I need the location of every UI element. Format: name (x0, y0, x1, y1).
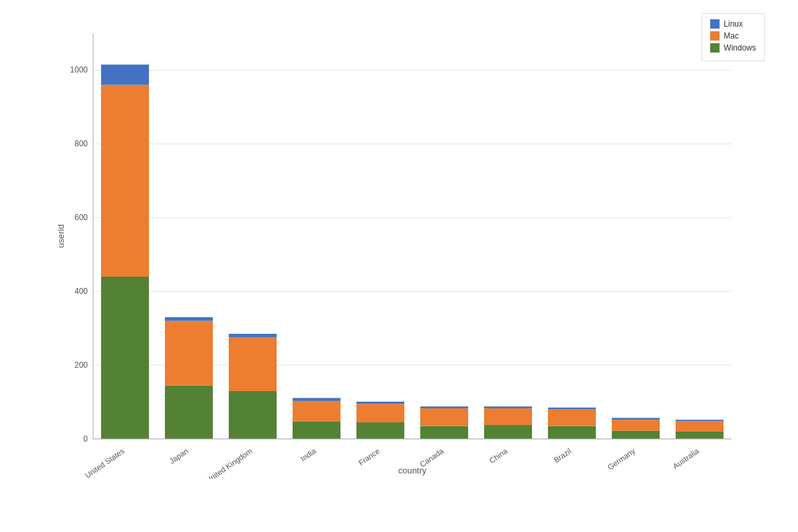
legend-item-linux: Linux (710, 19, 756, 29)
legend-item-windows: Windows (710, 43, 756, 53)
svg-rect-18 (165, 386, 213, 439)
svg-rect-51 (676, 421, 724, 432)
svg-rect-15 (101, 85, 149, 277)
bar-chart: 02004006008001000useridcountryUnited Sta… (53, 20, 771, 479)
svg-rect-31 (356, 404, 404, 422)
svg-rect-19 (165, 321, 213, 386)
svg-text:China: China (488, 446, 509, 464)
svg-text:India: India (299, 446, 318, 462)
svg-text:United Kingdom: United Kingdom (204, 447, 253, 479)
svg-text:600: 600 (74, 213, 88, 222)
svg-rect-42 (548, 426, 596, 439)
svg-text:France: France (357, 447, 381, 467)
svg-text:200: 200 (74, 360, 88, 370)
svg-rect-24 (229, 334, 277, 338)
svg-rect-23 (229, 338, 277, 391)
svg-rect-14 (101, 277, 149, 439)
svg-rect-39 (484, 408, 532, 425)
svg-rect-46 (612, 431, 660, 439)
svg-rect-44 (548, 408, 596, 410)
svg-rect-20 (165, 317, 213, 321)
svg-rect-47 (612, 420, 660, 431)
svg-rect-40 (484, 406, 532, 408)
svg-rect-50 (676, 432, 724, 439)
svg-text:400: 400 (74, 287, 88, 296)
svg-rect-28 (293, 398, 340, 400)
svg-text:Brazil: Brazil (553, 447, 573, 464)
svg-rect-36 (420, 406, 468, 408)
svg-text:Germany: Germany (606, 447, 637, 471)
legend-label-mac: Mac (724, 31, 739, 41)
legend-color-linux (710, 19, 720, 29)
svg-rect-16 (101, 65, 149, 85)
svg-rect-48 (612, 418, 660, 420)
svg-text:United States: United States (84, 447, 126, 479)
svg-rect-27 (293, 401, 340, 422)
svg-text:800: 800 (74, 139, 88, 148)
svg-rect-35 (420, 408, 468, 426)
svg-text:1000: 1000 (70, 65, 88, 74)
svg-rect-22 (229, 391, 277, 439)
chart-container: 02004006008001000useridcountryUnited Sta… (0, 0, 798, 532)
svg-rect-30 (356, 422, 404, 439)
chart-legend: Linux Mac Windows (702, 13, 765, 61)
legend-color-windows (710, 43, 720, 53)
legend-item-mac: Mac (710, 31, 756, 41)
svg-text:Canada: Canada (418, 446, 445, 468)
svg-rect-38 (484, 425, 532, 439)
svg-rect-26 (293, 421, 340, 439)
legend-label-windows: Windows (724, 43, 756, 53)
svg-rect-32 (356, 402, 404, 404)
svg-text:Australia: Australia (672, 446, 701, 470)
legend-label-linux: Linux (724, 19, 743, 29)
svg-rect-52 (676, 420, 724, 421)
svg-text:0: 0 (83, 434, 88, 444)
svg-rect-34 (420, 426, 468, 439)
svg-text:userid: userid (56, 224, 66, 247)
legend-color-mac (710, 31, 720, 41)
svg-text:Japan: Japan (168, 447, 190, 466)
svg-rect-43 (548, 410, 596, 426)
